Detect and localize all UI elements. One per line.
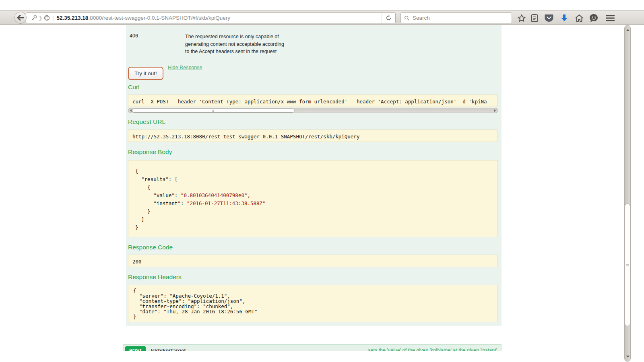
- scroll-down-arrow-icon[interactable]: [626, 356, 630, 358]
- hamburger-icon: [606, 14, 615, 22]
- response-headers-heading: Response Headers: [128, 274, 182, 281]
- curl-heading: Curl: [128, 84, 139, 91]
- request-url-heading: Request URL: [128, 118, 165, 125]
- request-url-text: http://52.35.213.18:8080/rest-test-swagg…: [128, 130, 497, 142]
- star-icon: [517, 14, 526, 23]
- url-path: :8080/rest-test-swagger-0.0.1-SNAPSHOT/#…: [88, 15, 230, 21]
- pocket-icon: [545, 14, 553, 22]
- bookmark-star-button[interactable]: [516, 12, 528, 24]
- home-button[interactable]: [573, 12, 585, 24]
- window-top-strip: [0, 0, 644, 10]
- hello-chat-button[interactable]: [588, 12, 600, 24]
- horizontal-scrollbar-thumb[interactable]: [132, 108, 295, 113]
- menu-button[interactable]: [604, 12, 616, 24]
- pocket-button[interactable]: [543, 12, 555, 24]
- scroll-left-arrow-icon[interactable]: [130, 109, 132, 112]
- curl-command-block: curl -X POST --header 'Content-Type: app…: [128, 95, 498, 107]
- response-code-block: 200: [128, 255, 498, 267]
- post-method-button[interactable]: POST: [125, 346, 146, 351]
- try-it-out-button[interactable]: Try it out!: [128, 67, 163, 80]
- response-body-block: { "results": [ { "value": "0.80103640414…: [128, 160, 498, 237]
- response-headers-block: { "server": "Apache-Coyote/1.1", "conten…: [128, 285, 498, 322]
- bookmarks-list-button[interactable]: [528, 12, 541, 24]
- search-icon: [404, 15, 410, 21]
- search-input[interactable]: Search: [400, 12, 512, 23]
- scroll-up-arrow-icon[interactable]: [626, 29, 630, 31]
- scrollbar-grip-icon: [211, 110, 214, 112]
- next-operation-summary[interactable]: sets the 'value' of the given 'kpiName' …: [368, 348, 497, 351]
- key-identity-icon[interactable]: [31, 15, 37, 21]
- curl-horizontal-scrollbar[interactable]: [128, 108, 498, 113]
- scrollbar-grip-icon: [626, 264, 629, 268]
- vertical-scrollbar[interactable]: [624, 25, 631, 362]
- page-viewport: 406 The requested resource is only capab…: [0, 25, 624, 362]
- download-arrow-icon: [560, 14, 568, 22]
- response-message-reason: The requested resource is only capable o…: [185, 33, 287, 56]
- hide-response-link[interactable]: Hide Response: [168, 65, 202, 70]
- browser-toolbar: ❯ | 52.35.213.18:8080/rest-test-swagger-…: [0, 10, 644, 25]
- url-bar[interactable]: ❯ | 52.35.213.18:8080/rest-test-swagger-…: [26, 12, 396, 23]
- globe-site-icon[interactable]: [44, 15, 50, 21]
- response-code-heading: Response Code: [128, 244, 173, 251]
- scroll-right-arrow-icon[interactable]: [494, 109, 496, 112]
- operation-response-panel: 406 The requested resource is only capab…: [126, 25, 502, 326]
- reload-icon: [386, 15, 392, 21]
- reload-button[interactable]: [382, 13, 395, 23]
- back-arrow-icon: [17, 15, 24, 21]
- back-button[interactable]: [14, 12, 27, 24]
- downloads-button[interactable]: [558, 12, 570, 24]
- panel-divider: [128, 28, 498, 28]
- next-operation-path[interactable]: /skb/kpiTarget: [151, 348, 186, 351]
- chevron-separator-icon: ❯: [38, 15, 43, 21]
- request-url-block: http://52.35.213.18:8080/rest-test-swagg…: [128, 130, 498, 142]
- url-text: 52.35.213.18:8080/rest-test-swagger-0.0.…: [57, 15, 230, 21]
- response-code-text: 200: [128, 255, 497, 267]
- home-icon: [575, 14, 584, 22]
- vertical-scrollbar-thumb[interactable]: [625, 204, 630, 326]
- url-divider: |: [52, 15, 54, 21]
- next-operation-bar[interactable]: POST /skb/kpiTarget sets the 'value' of …: [123, 344, 502, 351]
- curl-command-text: curl -X POST --header 'Content-Type: app…: [128, 95, 497, 107]
- response-headers-json: { "server": "Apache-Coyote/1.1", "conten…: [128, 285, 497, 319]
- response-body-json: { "results": [ { "value": "0.80103640414…: [128, 160, 497, 232]
- response-body-heading: Response Body: [128, 148, 172, 156]
- clipboard-icon: [530, 14, 539, 23]
- search-placeholder: Search: [413, 15, 430, 21]
- response-message-code: 406: [130, 33, 138, 39]
- url-host: 52.35.213.18: [57, 15, 89, 21]
- smiley-bubble-icon: [589, 14, 598, 23]
